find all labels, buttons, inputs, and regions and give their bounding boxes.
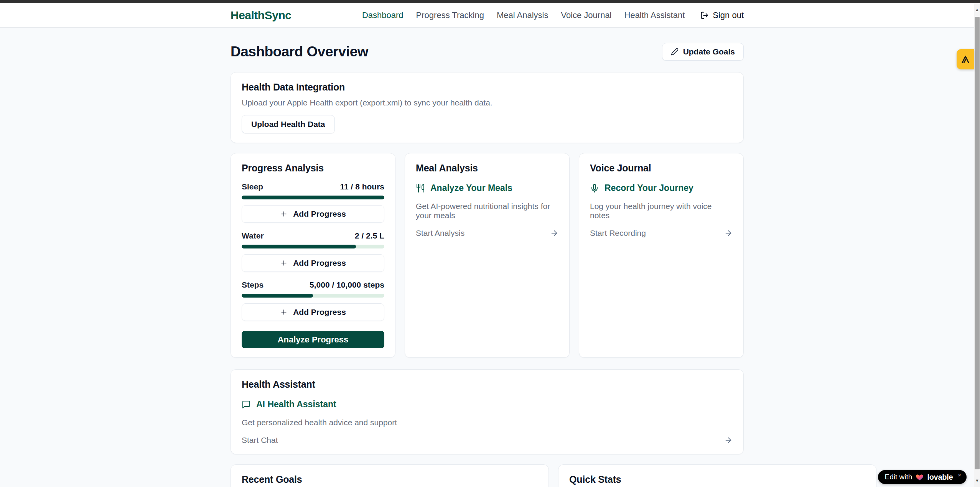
recent-goals-title: Recent Goals [242, 474, 538, 485]
lovable-tool-icon [960, 54, 970, 64]
quick-stats-title: Quick Stats [569, 474, 865, 485]
badge-close-icon[interactable]: × [958, 472, 961, 478]
scrollbar-up-arrow[interactable]: ▲ [974, 3, 980, 16]
nav-voice-journal[interactable]: Voice Journal [561, 10, 611, 20]
health-data-description: Upload your Apple Health export (export.… [242, 98, 733, 107]
nav-health-assistant[interactable]: Health Assistant [624, 10, 685, 20]
window-top-edge [0, 0, 980, 3]
upload-health-data-button[interactable]: Upload Health Data [242, 115, 335, 133]
metric-steps: Steps 5,000 / 10,000 steps Add Progress [242, 280, 384, 321]
metric-label: Steps [242, 280, 264, 290]
plus-icon [280, 210, 288, 218]
utensils-icon [416, 184, 425, 193]
arrow-right-icon [724, 229, 733, 237]
arrow-right-icon [550, 229, 558, 237]
add-progress-label: Add Progress [293, 258, 346, 268]
progress-analysis-title: Progress Analysis [242, 163, 384, 174]
health-assistant-description: Get personalized health advice and suppo… [242, 418, 733, 427]
main-nav: Dashboard Progress Tracking Meal Analysi… [362, 10, 744, 20]
plus-icon [280, 259, 288, 267]
metric-water: Water 2 / 2.5 L Add Progress [242, 231, 384, 272]
nav-progress-tracking[interactable]: Progress Tracking [416, 10, 484, 20]
app-window: HealthSync Dashboard Progress Tracking M… [0, 0, 980, 487]
progress-bar-fill [242, 196, 384, 199]
add-progress-label: Add Progress [293, 209, 346, 219]
meal-analysis-card: Meal Analysis Analyze Your Meals Get AI-… [405, 153, 570, 358]
badge-prefix: Edit with [885, 473, 912, 481]
microphone-icon [590, 184, 599, 193]
progress-analysis-card: Progress Analysis Sleep 11 / 8 hours Add… [231, 153, 395, 358]
browser-viewport: HealthSync Dashboard Progress Tracking M… [0, 3, 974, 487]
update-goals-label: Update Goals [683, 47, 735, 56]
analyze-progress-button[interactable]: Analyze Progress [242, 331, 384, 348]
add-progress-label: Add Progress [293, 308, 346, 317]
sign-out-label: Sign out [713, 10, 744, 20]
voice-journal-title: Voice Journal [590, 163, 733, 174]
analyze-your-meals-label: Analyze Your Meals [430, 183, 512, 193]
voice-journal-description: Log your health journey with voice notes [590, 202, 733, 220]
health-assistant-title: Health Assistant [242, 379, 733, 390]
metric-label: Water [242, 231, 264, 240]
start-recording-link[interactable]: Start Recording [590, 229, 733, 238]
lovable-edit-fab[interactable] [957, 49, 974, 69]
scrollbar-down-arrow[interactable]: ▼ [974, 474, 980, 487]
add-progress-sleep-button[interactable]: Add Progress [242, 205, 384, 223]
chat-bubble-icon [242, 400, 251, 409]
main-content: Dashboard Overview Update Goals Health D… [231, 28, 744, 487]
ai-health-assistant-label: AI Health Assistant [256, 399, 336, 410]
analyze-your-meals-link[interactable]: Analyze Your Meals [416, 183, 558, 193]
metric-value: 2 / 2.5 L [355, 231, 384, 240]
start-chat-link[interactable]: Start Chat [242, 436, 733, 445]
quick-stats-card: Quick Stats Select Date Today Yesterday … [558, 464, 876, 487]
start-chat-label: Start Chat [242, 436, 278, 445]
health-data-integration-card: Health Data Integration Upload your Appl… [231, 72, 744, 143]
nav-meal-analysis[interactable]: Meal Analysis [497, 10, 548, 20]
start-recording-label: Start Recording [590, 229, 646, 238]
add-progress-water-button[interactable]: Add Progress [242, 254, 384, 272]
metric-label: Sleep [242, 182, 263, 191]
meal-analysis-title: Meal Analysis [416, 163, 558, 174]
record-your-journey-label: Record Your Journey [604, 183, 693, 193]
progress-bar-fill [242, 245, 356, 248]
progress-bar-track [242, 294, 384, 298]
plus-icon [280, 308, 288, 316]
start-analysis-label: Start Analysis [416, 229, 464, 238]
meal-analysis-description: Get AI-powered nutritional insights for … [416, 202, 558, 220]
badge-brand: lovable [927, 473, 953, 482]
health-data-title: Health Data Integration [242, 82, 733, 93]
metric-value: 11 / 8 hours [340, 182, 384, 191]
add-progress-steps-button[interactable]: Add Progress [242, 303, 384, 321]
pencil-icon [671, 48, 679, 56]
lovable-heart-icon [916, 473, 924, 481]
progress-bar-track [242, 245, 384, 248]
start-analysis-link[interactable]: Start Analysis [416, 229, 558, 238]
progress-bar-track [242, 196, 384, 199]
log-out-icon [700, 11, 709, 20]
ai-health-assistant-link[interactable]: AI Health Assistant [242, 399, 733, 410]
record-your-journey-link[interactable]: Record Your Journey [590, 183, 733, 193]
sign-out-button[interactable]: Sign out [700, 10, 744, 20]
edit-with-lovable-badge[interactable]: Edit with lovable × [878, 470, 967, 484]
health-assistant-card: Health Assistant AI Health Assistant Get… [231, 369, 744, 454]
metric-sleep: Sleep 11 / 8 hours Add Progress [242, 182, 384, 223]
page-title: Dashboard Overview [231, 44, 368, 60]
arrow-right-icon [724, 436, 733, 444]
app-header: HealthSync Dashboard Progress Tracking M… [0, 3, 974, 28]
vertical-scrollbar[interactable]: ▲ ▼ [974, 3, 980, 487]
recent-goals-card: Recent Goals Select Date Today Yesterday… [231, 464, 549, 487]
brand-logo[interactable]: HealthSync [231, 9, 291, 22]
voice-journal-card: Voice Journal Record Your Journey Log yo… [579, 153, 744, 358]
progress-bar-fill [242, 294, 313, 298]
update-goals-button[interactable]: Update Goals [662, 43, 744, 61]
metric-value: 5,000 / 10,000 steps [310, 280, 384, 290]
nav-dashboard[interactable]: Dashboard [362, 10, 404, 20]
scrollbar-thumb[interactable] [975, 17, 980, 469]
